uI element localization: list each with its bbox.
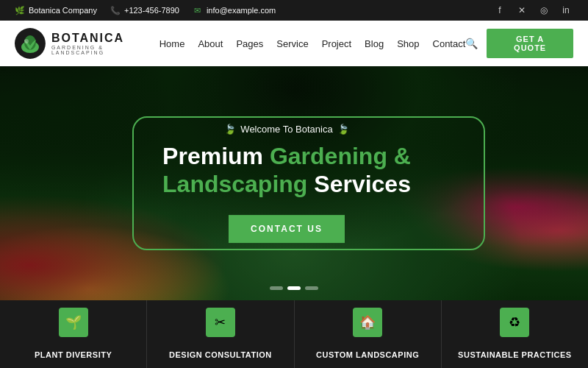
nav-service[interactable]: Service — [276, 38, 308, 49]
leaf-topbar-icon: 🌿 — [15, 5, 25, 15]
service-card-1[interactable]: 🌱 Plant Diversity — [0, 300, 147, 368]
service-card-2[interactable]: ✂ Design Consultation — [147, 300, 294, 368]
nav-project[interactable]: Project — [322, 38, 351, 49]
hero-title: Premium Gardening & Landscaping Services — [132, 142, 441, 199]
email-icon: ✉ — [193, 5, 203, 15]
company-name: Botanica Company — [29, 6, 97, 15]
get-quote-button[interactable]: GET A QUOTE — [487, 29, 573, 58]
hero-title-services: Services — [314, 171, 411, 198]
custom-landscaping-icon: 🏠 — [353, 308, 382, 337]
nav-contact[interactable]: Contact — [433, 38, 466, 49]
dot-3[interactable] — [305, 286, 318, 290]
design-consultation-icon: ✂ — [206, 308, 235, 337]
hero-title-premium: Premium — [162, 143, 263, 169]
service-label-2: Design Consultation — [169, 350, 272, 359]
nav-about[interactable]: About — [198, 38, 223, 49]
search-icon[interactable]: 🔍 — [465, 38, 478, 49]
nav-home[interactable]: Home — [159, 38, 185, 49]
plant-diversity-icon: 🌱 — [59, 308, 88, 337]
logo-text: BOTANICA GARDENING & LANDSCAPING — [51, 32, 159, 55]
hero-section: 🍃 Welcome To Botanica 🍃 Premium Gardenin… — [0, 66, 588, 300]
nav-blog[interactable]: Blog — [365, 38, 384, 49]
nav-menu: Home About Pages Service Project Blog Sh… — [159, 37, 466, 50]
company-info: 🌿 Botanica Company — [15, 5, 97, 15]
top-bar-left: 🌿 Botanica Company 📞 +123-456-7890 ✉ inf… — [15, 5, 276, 15]
nav-shop[interactable]: Shop — [397, 38, 419, 49]
contact-us-button[interactable]: CONTACT US — [229, 215, 345, 243]
linkedin-icon[interactable]: in — [559, 3, 573, 18]
phone-icon: 📞 — [110, 5, 121, 15]
phone-info[interactable]: 📞 +123-456-7890 — [110, 5, 179, 15]
hero-subtitle: 🍃 Welcome To Botanica 🍃 — [132, 124, 441, 135]
nav-pages[interactable]: Pages — [236, 38, 263, 49]
logo-icon — [15, 28, 46, 59]
social-links: f ✕ ◎ in — [492, 3, 573, 18]
email-address: info@example.com — [207, 6, 276, 15]
brand-tagline: GARDENING & LANDSCAPING — [51, 45, 159, 55]
hero-title-green1: Gardening & — [270, 143, 411, 169]
top-bar: 🌿 Botanica Company 📞 +123-456-7890 ✉ inf… — [0, 0, 588, 21]
service-label-4: Sustainable Practices — [458, 350, 572, 359]
service-card-3[interactable]: 🏠 Custom Landscaping — [295, 300, 442, 368]
service-card-4[interactable]: ♻ Sustainable Practices — [442, 300, 588, 368]
logo[interactable]: BOTANICA GARDENING & LANDSCAPING — [15, 28, 159, 59]
instagram-icon[interactable]: ◎ — [537, 3, 551, 18]
service-label-1: Plant Diversity — [35, 350, 112, 359]
email-info[interactable]: ✉ info@example.com — [193, 5, 276, 15]
hero-dots — [270, 286, 318, 290]
facebook-icon[interactable]: f — [492, 3, 507, 18]
hero-title-green2: Landscaping — [162, 171, 307, 198]
brand-name: BOTANICA — [51, 32, 159, 45]
sustainable-practices-icon: ♻ — [500, 308, 529, 337]
dot-2[interactable] — [287, 286, 301, 290]
hero-content: 🍃 Welcome To Botanica 🍃 Premium Gardenin… — [132, 124, 441, 243]
dot-1[interactable] — [270, 286, 283, 290]
services-bar: 🌱 Plant Diversity ✂ Design Consultation … — [0, 300, 588, 368]
leaf-right-icon: 🍃 — [337, 124, 349, 135]
leaf-left-icon: 🍃 — [224, 124, 236, 135]
service-label-3: Custom Landscaping — [316, 350, 419, 359]
nav-actions: 🔍 GET A QUOTE — [465, 29, 573, 58]
twitter-icon[interactable]: ✕ — [514, 3, 529, 18]
svg-point-3 — [24, 39, 29, 43]
navbar: BOTANICA GARDENING & LANDSCAPING Home Ab… — [0, 21, 588, 66]
hero-subtitle-text: Welcome To Botanica — [240, 124, 332, 135]
phone-number: +123-456-7890 — [124, 6, 179, 15]
